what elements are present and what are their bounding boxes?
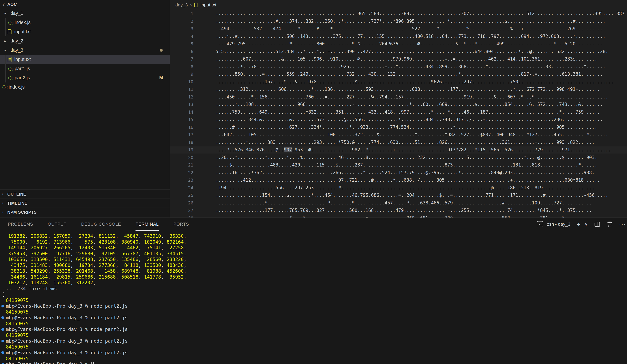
code-line-8[interactable]: 8.........*...781.......................…: [170, 63, 627, 71]
sidebar-section-npm-scripts[interactable]: ›NPM SCRIPTS: [0, 208, 170, 217]
tree-item-label: part1.js: [15, 66, 30, 71]
command-decoration-dot[interactable]: [1, 351, 4, 354]
code-line-19[interactable]: 19....*..576.346.876....@..907.953..@...…: [170, 146, 627, 154]
command-decoration-dot[interactable]: [1, 328, 4, 331]
sidebar-section-outline[interactable]: ›OUTLINE: [0, 189, 170, 198]
line-number: 27: [170, 207, 193, 214]
code-line-6[interactable]: 6515...................512.484...*....*.…: [170, 48, 627, 55]
terminal-line: 103656, 313500, 511431, 645498, 237650, …: [2, 257, 627, 262]
code-line-5[interactable]: 5....479.795................*.........80…: [170, 40, 627, 48]
terminal-session-label[interactable]: zsh - day_3: [547, 222, 570, 227]
line-number: 19: [170, 146, 193, 154]
explorer-sidebar: ∨ AOC ▾day_1();index.jsinput.txt▸day_2▾d…: [0, 0, 170, 218]
panel-tab-problems[interactable]: PROBLEMS: [8, 218, 33, 231]
tree-item-label: input.txt: [14, 57, 31, 62]
tree-folder-day_2[interactable]: ▸day_2: [0, 36, 170, 46]
code-line-24[interactable]: 24.194..................556....297.253..…: [170, 184, 627, 192]
more-actions-button[interactable]: ···: [619, 221, 626, 228]
code-line-2[interactable]: 2......................#....374...382...…: [170, 18, 627, 25]
code-line-7[interactable]: 7..........607...........&.....105...906…: [170, 55, 627, 63]
chevron-right-icon: ›: [2, 210, 5, 215]
code-line-17[interactable]: 17...642......105.......................…: [170, 131, 627, 139]
code-line-18[interactable]: 18...........*.......383..............29…: [170, 139, 627, 146]
panel-tab-terminal[interactable]: TERMINAL: [136, 218, 159, 231]
line-number: 1: [170, 10, 193, 18]
tree-file-index.js[interactable]: ();index.js: [0, 83, 170, 92]
editor-area: day_3 › input.txt 1.....................…: [170, 0, 627, 218]
panel-tab-debug-console[interactable]: DEBUG CONSOLE: [81, 218, 121, 231]
line-text: ......................#....374...382....…: [216, 18, 605, 25]
code-line-28[interactable]: 28................-..........*....*.....…: [170, 214, 627, 218]
line-text: ......#....................627.....334*.…: [216, 124, 597, 131]
terminal-prompt-glyph: >_: [538, 223, 542, 226]
terminal-output[interactable]: 191382, 206832, 167059, 27234, 811132, 4…: [0, 231, 627, 364]
command-decoration-dot[interactable]: [1, 305, 4, 308]
line-text: .......850.......=........559..249......…: [216, 70, 603, 78]
code-line-9[interactable]: 9.......850.......=........559..249.....…: [170, 70, 627, 78]
code-line-14[interactable]: 14......759.......649..............*832.…: [170, 108, 627, 116]
command-result: 84159075: [6, 332, 29, 338]
code-line-23[interactable]: 23..........412.........................…: [170, 177, 627, 184]
terminal-line: mbp@Evans-MacBook-Pro day_3 % node part2…: [2, 350, 627, 356]
terminal-dropdown-button[interactable]: ∨: [584, 222, 588, 226]
code-view[interactable]: 1.......................................…: [170, 10, 627, 218]
breadcrumb[interactable]: day_3 › input.txt: [170, 0, 627, 10]
code-line-16[interactable]: 16......#....................627.....334…: [170, 124, 627, 131]
tree-folder-day_1[interactable]: ▾day_1: [0, 9, 170, 18]
split-terminal-button[interactable]: [594, 221, 600, 227]
kill-terminal-button[interactable]: [607, 221, 612, 228]
code-line-26[interactable]: 26..................*...................…: [170, 199, 627, 207]
line-number: 3: [170, 25, 193, 33]
line-number: 15: [170, 116, 193, 124]
terminal-line: 84159075: [2, 344, 627, 350]
tree-file-index.js[interactable]: ();index.js: [0, 18, 170, 27]
code-line-27[interactable]: 27..................177......785.769...8…: [170, 207, 627, 214]
code-line-10[interactable]: 10..................157....*...&....978.…: [170, 78, 627, 86]
workspace-header[interactable]: ∨ AOC: [0, 0, 170, 9]
code-line-22[interactable]: 22......161....*362.....................…: [170, 169, 627, 177]
code-line-15[interactable]: 15............344.&..........&.........5…: [170, 116, 627, 124]
vscode-window: ∨ AOC ▾day_1();index.jsinput.txt▸day_2▾d…: [0, 0, 627, 364]
line-number: 26: [170, 199, 193, 207]
code-line-3[interactable]: 3..494.........532-...474......*......#.…: [170, 25, 627, 33]
tree-file-input.txt[interactable]: input.txt: [0, 27, 170, 36]
chevron-down-icon: ▾: [4, 48, 10, 52]
command-decoration-dot[interactable]: [1, 363, 4, 364]
code-line-4[interactable]: 4....*..#..................506..143.....…: [170, 33, 627, 40]
javascript-file-icon: ();: [2, 85, 9, 90]
line-text: ......161....*362.......................…: [216, 169, 595, 177]
tree-folder-day_3[interactable]: ▾day_3: [0, 46, 170, 55]
code-line-21[interactable]: 21.....$..............483.....420......1…: [170, 161, 627, 169]
selected-text: 907: [284, 147, 292, 152]
text-file-icon: [8, 29, 11, 34]
terminal-line: 84159075: [2, 297, 627, 303]
line-number: 20: [170, 154, 193, 161]
tree-file-part1.js[interactable]: ();part1.js: [0, 64, 170, 73]
chevron-right-icon: ▸: [4, 39, 10, 43]
code-line-20[interactable]: 20..20...*..........*.......*....%......…: [170, 154, 627, 161]
command-decoration-dot[interactable]: [1, 340, 4, 342]
line-number: 9: [170, 70, 193, 78]
tree-item-label: index.js: [9, 84, 25, 90]
terminal-line: mbp@Evans-MacBook-Pro day_3 % node part2…: [2, 303, 627, 309]
panel-tab-output[interactable]: OUTPUT: [48, 218, 66, 231]
code-line-12[interactable]: 12....450......*..156..............760..…: [170, 93, 627, 101]
breadcrumb-folder[interactable]: day_3: [175, 2, 188, 8]
terminal-line: ]: [2, 291, 627, 297]
git-modified-badge: M: [159, 75, 163, 81]
code-line-11[interactable]: 11.........312...........606.........*..…: [170, 86, 627, 93]
sidebar-sections: ›OUTLINE›TIMELINE›NPM SCRIPTS: [0, 189, 170, 217]
tree-item-label: day_3: [10, 47, 23, 53]
code-line-13[interactable]: 13.......*...108................968.....…: [170, 101, 627, 108]
code-line-25[interactable]: 25.................154......$........*..…: [170, 191, 627, 199]
tree-file-input.txt[interactable]: input.txt: [0, 55, 170, 64]
panel-tab-ports[interactable]: PORTS: [173, 218, 189, 231]
sidebar-section-timeline[interactable]: ›TIMELINE: [0, 198, 170, 208]
command-decoration-dot[interactable]: [1, 316, 4, 319]
line-text: ...........*.......383..............293.…: [216, 139, 595, 146]
line-number: 2: [170, 18, 193, 25]
new-terminal-button[interactable]: +: [577, 221, 580, 227]
tree-file-part2.js[interactable]: ();part2.jsM: [0, 73, 170, 83]
code-line-1[interactable]: 1.......................................…: [170, 10, 627, 18]
breadcrumb-file[interactable]: input.txt: [201, 2, 216, 8]
